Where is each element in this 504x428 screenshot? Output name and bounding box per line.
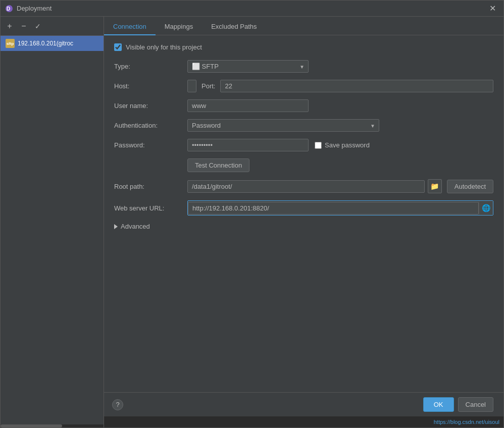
web-server-url-label: Web server URL: — [114, 204, 187, 212]
auth-control: Password Key pair OpenSSH config and aut… — [187, 119, 493, 132]
host-control: Port: — [187, 80, 493, 92]
username-row: User name: — [114, 99, 493, 112]
password-input[interactable] — [187, 139, 309, 151]
root-path-fields: 📁 Autodetect — [187, 179, 493, 193]
port-input[interactable] — [220, 80, 493, 92]
root-path-control: 📁 Autodetect — [187, 179, 493, 193]
main-layout: + − ✓ sftp 192.168.0.201(gitroc Connecti… — [1, 17, 503, 427]
type-select-wrapper: ⬜ SFTP FTP FTPS Local or mounted folder … — [187, 60, 309, 73]
url-input[interactable] — [188, 202, 479, 215]
auth-row: Authentication: Password Key pair OpenSS… — [114, 119, 493, 132]
test-connection-control: Test Connection — [187, 158, 493, 172]
type-row: Type: ⬜ SFTP FTP FTPS Local or mounted f… — [114, 60, 493, 73]
port-label: Port: — [201, 82, 215, 90]
triangle-right-icon — [114, 224, 118, 229]
visible-checkbox-row: Visible only for this project — [114, 43, 493, 51]
username-input[interactable] — [187, 99, 309, 112]
root-path-label: Root path: — [114, 183, 187, 190]
status-url: https://blog.csdn.net/uisoul — [434, 419, 499, 425]
bottom-bar: ? OK Cancel — [104, 392, 503, 416]
web-server-url-control: 🌐 — [187, 200, 493, 216]
root-path-row: Root path: 📁 Autodetect — [114, 179, 493, 193]
type-select[interactable]: ⬜ SFTP FTP FTPS Local or mounted folder — [187, 60, 309, 73]
cancel-button[interactable]: Cancel — [458, 397, 493, 412]
password-fields-row: Save password — [187, 139, 493, 151]
sidebar-scrollbar[interactable] — [1, 424, 104, 427]
test-connection-button[interactable]: Test Connection — [187, 158, 249, 172]
status-bar: https://blog.csdn.net/uisoul — [104, 416, 503, 427]
type-control: ⬜ SFTP FTP FTPS Local or mounted folder … — [187, 60, 493, 73]
close-button[interactable]: ✕ — [485, 2, 499, 16]
server-item-icon: sftp — [6, 39, 15, 48]
visible-checkbox[interactable] — [114, 43, 122, 51]
form-area: Visible only for this project Type: ⬜ SF… — [104, 35, 503, 392]
username-label: User name: — [114, 102, 187, 110]
advanced-label: Advanced — [121, 223, 150, 230]
content-area: Connection Mappings Excluded Paths Visib… — [104, 17, 503, 427]
password-label: Password: — [114, 141, 187, 149]
visible-checkbox-label[interactable]: Visible only for this project — [126, 43, 202, 51]
window-title: Deployment — [17, 5, 485, 12]
url-globe-button[interactable]: 🌐 — [479, 201, 493, 215]
advanced-section[interactable]: Advanced — [114, 223, 493, 230]
add-button[interactable]: + — [4, 20, 16, 32]
host-row: Host: Port: — [114, 80, 493, 92]
password-row: Password: Save password — [114, 139, 493, 151]
server-item-label: 192.168.0.201(gitroc — [18, 40, 73, 47]
tab-connection[interactable]: Connection — [104, 19, 156, 35]
server-item[interactable]: sftp 192.168.0.201(gitroc — [1, 36, 104, 51]
web-server-url-row: Web server URL: 🌐 — [114, 200, 493, 216]
folder-icon: 📁 — [430, 182, 439, 190]
save-password-row: Save password — [315, 141, 370, 149]
title-bar: D Deployment ✕ — [1, 1, 503, 17]
type-label: Type: — [114, 63, 187, 70]
sidebar-scrollbar-thumb — [1, 424, 62, 427]
save-password-label[interactable]: Save password — [325, 141, 370, 149]
remove-button[interactable]: − — [18, 20, 30, 32]
test-connection-row: Test Connection — [114, 158, 493, 172]
browse-folder-button[interactable]: 📁 — [428, 179, 442, 193]
ok-button[interactable]: OK — [423, 397, 454, 412]
tabs: Connection Mappings Excluded Paths — [104, 17, 503, 35]
globe-icon: 🌐 — [482, 204, 490, 212]
app-icon: D — [5, 4, 14, 13]
autodetect-button[interactable]: Autodetect — [447, 180, 493, 193]
sidebar-toolbar: + − ✓ — [1, 17, 104, 36]
tab-mappings[interactable]: Mappings — [156, 19, 202, 35]
auth-label: Authentication: — [114, 122, 187, 129]
tab-excluded-paths[interactable]: Excluded Paths — [202, 19, 266, 35]
password-control: Save password — [187, 139, 493, 151]
url-input-row: 🌐 — [187, 200, 493, 216]
save-password-checkbox[interactable] — [315, 142, 322, 149]
host-label: Host: — [114, 82, 187, 90]
host-port-row: Port: — [187, 80, 493, 92]
sidebar: + − ✓ sftp 192.168.0.201(gitroc — [1, 17, 104, 427]
check-button[interactable]: ✓ — [32, 20, 44, 32]
svg-text:D: D — [7, 6, 10, 12]
help-button[interactable]: ? — [112, 399, 123, 410]
root-path-input[interactable] — [187, 180, 425, 193]
auth-select-wrapper: Password Key pair OpenSSH config and aut… — [187, 119, 379, 132]
username-control — [187, 99, 493, 112]
deployment-window: D Deployment ✕ + − ✓ sftp 192.168.0.201(… — [0, 0, 504, 428]
host-input[interactable] — [187, 80, 196, 92]
auth-select[interactable]: Password Key pair OpenSSH config and aut… — [187, 119, 379, 132]
password-input-wrap — [187, 139, 309, 151]
